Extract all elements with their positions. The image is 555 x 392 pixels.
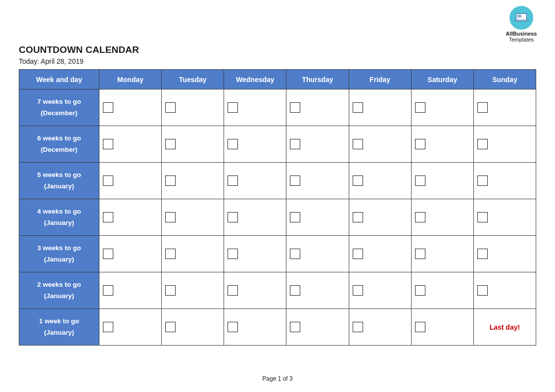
- day-cell: [473, 89, 536, 126]
- checkbox-icon[interactable]: [165, 249, 176, 259]
- day-cell: [99, 272, 161, 309]
- checkbox-icon[interactable]: [353, 322, 363, 332]
- checkbox-icon[interactable]: [103, 102, 113, 113]
- checkbox-icon[interactable]: [353, 175, 363, 186]
- checkbox-icon[interactable]: [228, 249, 238, 259]
- day-cell: [286, 163, 349, 199]
- checkbox-icon[interactable]: [103, 249, 113, 259]
- day-cell: [473, 272, 536, 309]
- brand-text-1: AllBusiness: [502, 31, 541, 37]
- week-label-line2: (January): [22, 181, 96, 192]
- day-cell: [224, 163, 286, 199]
- week-label-cell: 2 weeks to go(January): [19, 272, 99, 309]
- checkbox-icon[interactable]: [415, 285, 425, 296]
- checkbox-icon[interactable]: [228, 322, 238, 332]
- day-cell: [99, 236, 161, 272]
- checkbox-icon[interactable]: [290, 285, 300, 296]
- header-friday: Friday: [349, 70, 411, 89]
- checkbox-icon[interactable]: [353, 139, 363, 149]
- checkbox-icon[interactable]: [415, 322, 425, 332]
- day-cell: [473, 126, 536, 163]
- checkbox-icon[interactable]: [353, 249, 363, 259]
- day-cell: [99, 126, 161, 163]
- header-row: Week and day Monday Tuesday Wednesday Th…: [19, 70, 536, 89]
- checkbox-icon[interactable]: [353, 212, 363, 222]
- week-label-line1: 5 weeks to go: [22, 170, 96, 181]
- week-label-line2: (January): [22, 327, 96, 339]
- checkbox-icon[interactable]: [103, 139, 113, 149]
- day-cell: [473, 199, 536, 236]
- checkbox-icon[interactable]: [103, 212, 113, 222]
- checkbox-icon[interactable]: [165, 175, 176, 186]
- checkbox-icon[interactable]: [477, 249, 488, 259]
- checkbox-icon[interactable]: [290, 322, 300, 332]
- day-cell: [162, 272, 224, 309]
- checkbox-icon[interactable]: [415, 102, 425, 113]
- checkbox-icon[interactable]: [415, 175, 425, 186]
- day-cell: [286, 236, 349, 272]
- day-cell: [162, 163, 224, 199]
- week-label-cell: 5 weeks to go(January): [19, 163, 99, 199]
- brand-text-2: Templates: [502, 37, 541, 43]
- day-cell: [349, 236, 411, 272]
- day-cell: [411, 89, 473, 126]
- checkbox-icon[interactable]: [353, 102, 363, 113]
- checkbox-icon[interactable]: [103, 175, 113, 186]
- week-label-line1: 3 weeks to go: [22, 243, 96, 254]
- day-cell: [286, 309, 349, 346]
- week-label-line1: 4 weeks to go: [22, 206, 96, 218]
- week-label-cell: 4 weeks to go(January): [19, 199, 99, 236]
- day-cell: [473, 163, 536, 199]
- checkbox-icon[interactable]: [165, 322, 176, 332]
- day-cell: [411, 126, 473, 163]
- checkbox-icon[interactable]: [228, 102, 238, 113]
- checkbox-icon[interactable]: [103, 285, 113, 296]
- header-monday: Monday: [99, 70, 161, 89]
- checkbox-icon[interactable]: [228, 139, 238, 149]
- day-cell: [162, 236, 224, 272]
- checkbox-icon[interactable]: [228, 175, 238, 186]
- week-label-line1: 2 weeks to go: [22, 279, 96, 291]
- checkbox-icon[interactable]: [415, 249, 425, 259]
- checkbox-icon[interactable]: [477, 212, 488, 222]
- day-cell: [286, 272, 349, 309]
- countdown-table: Week and day Monday Tuesday Wednesday Th…: [19, 69, 536, 346]
- checkbox-icon[interactable]: [290, 175, 300, 186]
- checkbox-icon[interactable]: [228, 212, 238, 222]
- laptop-icon: [509, 6, 533, 30]
- checkbox-icon[interactable]: [477, 102, 488, 113]
- header-tuesday: Tuesday: [162, 70, 224, 89]
- day-cell: [224, 236, 286, 272]
- header-thursday: Thursday: [286, 70, 349, 89]
- checkbox-icon[interactable]: [290, 249, 300, 259]
- day-cell: Last day!: [473, 309, 536, 346]
- day-cell: [162, 89, 224, 126]
- checkbox-icon[interactable]: [415, 139, 425, 149]
- table-row: 2 weeks to go(January): [19, 272, 536, 309]
- checkbox-icon[interactable]: [290, 212, 300, 222]
- checkbox-icon[interactable]: [415, 212, 425, 222]
- checkbox-icon[interactable]: [103, 322, 113, 332]
- week-label-line2: (January): [22, 291, 96, 302]
- checkbox-icon[interactable]: [228, 285, 238, 296]
- checkbox-icon[interactable]: [477, 285, 488, 296]
- week-label-line1: 1 week to go: [22, 316, 96, 327]
- checkbox-icon[interactable]: [477, 139, 488, 149]
- week-label-cell: 7 weeks to go(December): [19, 89, 99, 126]
- checkbox-icon[interactable]: [165, 285, 176, 296]
- checkbox-icon[interactable]: [477, 175, 488, 186]
- checkbox-icon[interactable]: [165, 102, 176, 113]
- table-row: 1 week to go(January)Last day!: [19, 309, 536, 346]
- table-row: 3 weeks to go(January): [19, 236, 536, 272]
- checkbox-icon[interactable]: [165, 212, 176, 222]
- checkbox-icon[interactable]: [353, 285, 363, 296]
- checkbox-icon[interactable]: [165, 139, 176, 149]
- day-cell: [349, 89, 411, 126]
- checkbox-icon[interactable]: [290, 139, 300, 149]
- week-label-line1: 7 weeks to go: [22, 96, 96, 108]
- week-label-cell: 3 weeks to go(January): [19, 236, 99, 272]
- day-cell: [224, 89, 286, 126]
- header-saturday: Saturday: [411, 70, 473, 89]
- week-label-line2: (December): [22, 144, 96, 156]
- checkbox-icon[interactable]: [290, 102, 300, 113]
